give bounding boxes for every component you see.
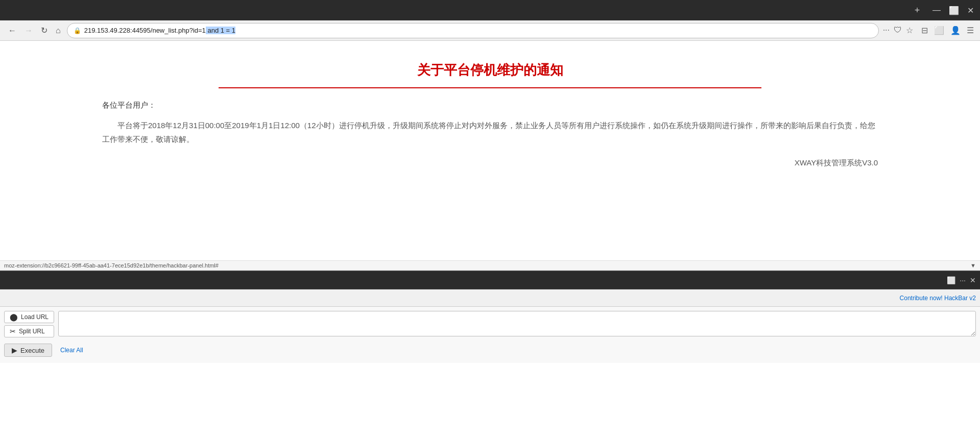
contribute-link[interactable]: Contribute now! HackBar v2 xyxy=(900,295,976,302)
devtools-close-icon[interactable]: ✕ xyxy=(970,276,976,284)
page-content: 关于平台停机维护的通知 各位平台用户： 平台将于2018年12月31日00:00… xyxy=(0,41,980,260)
close-button[interactable]: ✕ xyxy=(965,6,976,15)
execute-button[interactable]: ▶ Execute xyxy=(4,344,52,357)
shield-icon[interactable]: 🛡 xyxy=(894,26,902,35)
devtools-undock-icon[interactable]: ⬜ xyxy=(947,276,955,284)
home-button[interactable]: ⌂ xyxy=(54,24,63,37)
clear-all-button[interactable]: Clear All xyxy=(60,347,83,354)
status-bar: moz-extension://b2c96621-99ff-45ab-aa41-… xyxy=(0,260,980,271)
hackbar-body: ⬤ Load URL ✂ Split URL ▶ Execute Clear A… xyxy=(0,307,980,363)
url-text: 219.153.49.228:44595/new_list.php?id=1 a… xyxy=(84,27,872,34)
hackbar-bottom-row: ▶ Execute Clear All xyxy=(4,342,976,359)
maximize-button[interactable]: ⬜ xyxy=(947,6,961,15)
more-options-icon[interactable]: ··· xyxy=(883,26,890,35)
hackbar-url-row: ⬤ Load URL ✂ Split URL xyxy=(4,311,976,337)
page-divider xyxy=(219,87,761,88)
sidebar-icon[interactable]: ⊟ xyxy=(921,26,928,35)
page-body: 平台将于2018年12月31日00:00至2019年1月1日12:00（12小时… xyxy=(102,118,878,146)
profile-icon[interactable]: 👤 xyxy=(950,26,961,35)
devtools-more-icon[interactable]: ··· xyxy=(960,276,966,284)
reload-button[interactable]: ↻ xyxy=(39,23,50,37)
page-signature: XWAY科技管理系统V3.0 xyxy=(102,158,878,168)
bookmark-icon[interactable]: ☆ xyxy=(906,26,913,35)
forward-button[interactable]: → xyxy=(22,24,35,37)
hackbar-toolbar: Contribute now! HackBar v2 xyxy=(0,289,980,307)
layout-icon[interactable]: ⬜ xyxy=(934,26,944,35)
address-actions: ··· 🛡 ☆ xyxy=(883,26,913,35)
lock-icon: 🔒 xyxy=(74,27,81,34)
url-bar[interactable]: 🔒 219.153.49.228:44595/new_list.php?id=1… xyxy=(67,23,879,38)
page-greeting: 各位平台用户： xyxy=(102,101,878,110)
devtools-actions: ⬜ ··· ✕ xyxy=(947,276,976,284)
window-controls: — ⬜ ✕ xyxy=(930,6,976,15)
address-bar: ← → ↻ ⌂ 🔒 219.153.49.228:44595/new_list.… xyxy=(0,20,980,41)
hackbar-buttons: ⬤ Load URL ✂ Split URL xyxy=(4,311,54,337)
status-url: moz-extension://b2c96621-99ff-45ab-aa41-… xyxy=(4,262,219,269)
browser-tabs xyxy=(4,0,908,20)
devtools-tabs: ⬜ ··· ✕ xyxy=(0,271,980,289)
browser-chrome: + — ⬜ ✕ xyxy=(0,0,980,20)
browser-actions: ⊟ ⬜ 👤 ☰ xyxy=(921,26,974,35)
execute-icon: ▶ xyxy=(12,346,17,354)
page-title: 关于平台停机维护的通知 xyxy=(102,61,878,79)
url-prefix: 219.153.49.228:44595/new_list.php?id=1 xyxy=(84,27,206,34)
back-button[interactable]: ← xyxy=(6,24,18,37)
devtools-panel: ⬜ ··· ✕ Contribute now! HackBar v2 ⬤ Loa… xyxy=(0,271,980,363)
scroll-indicator: ▼ xyxy=(970,262,976,269)
split-url-button[interactable]: ✂ Split URL xyxy=(4,325,54,337)
menu-icon[interactable]: ☰ xyxy=(967,26,974,35)
minimize-button[interactable]: — xyxy=(930,6,943,15)
load-url-icon: ⬤ xyxy=(10,313,18,321)
load-url-button[interactable]: ⬤ Load URL xyxy=(4,311,54,323)
new-tab-button[interactable]: + xyxy=(910,3,924,17)
split-url-icon: ✂ xyxy=(10,327,16,335)
url-input[interactable] xyxy=(58,311,976,336)
url-highlighted: and 1 = 1 xyxy=(206,27,235,34)
